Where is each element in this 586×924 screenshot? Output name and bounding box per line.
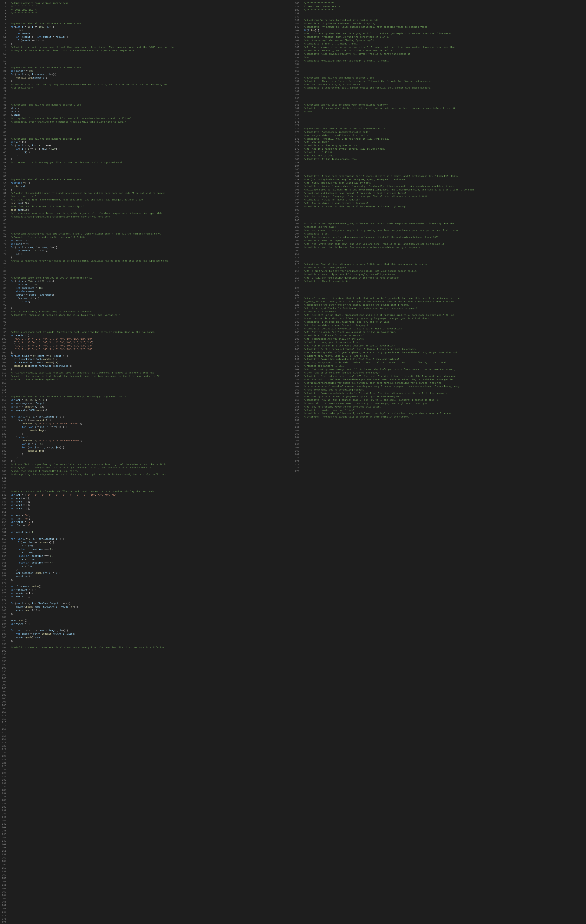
line-num: 207 <box>2 700 6 704</box>
line-num: 45 <box>2 151 6 154</box>
line-num: 53 <box>2 178 6 182</box>
left-line-numbers: 1 2 3 4 5 6 7 8 9 10 11 12 13 14 15 16 1… <box>0 0 8 924</box>
line-num: 23 <box>2 76 6 80</box>
line-num: 170 <box>295 117 299 120</box>
line-num: 129 <box>2 436 6 439</box>
line-num: 255 <box>2 863 6 866</box>
line-num: 223 <box>2 755 6 758</box>
line-num: 176 <box>295 137 299 141</box>
line-num: 214 <box>295 266 299 270</box>
line-num: 248 <box>2 840 6 843</box>
line-num: 91 <box>2 307 6 310</box>
line-num: 152 <box>2 514 6 517</box>
line-num: 21 <box>2 69 6 73</box>
line-num: 36 <box>2 120 6 124</box>
line-num: 188 <box>2 636 6 639</box>
left-code-content: //Sample answers from various interviews… <box>8 0 293 924</box>
line-num: 147 <box>2 497 6 500</box>
line-num: 202 <box>295 226 299 229</box>
line-num: 224 <box>2 758 6 761</box>
line-num: 223 <box>295 297 299 300</box>
line-num: 155 <box>295 66 299 69</box>
line-num: 267 <box>295 446 299 449</box>
line-num: 81 <box>2 273 6 276</box>
line-num: 112 <box>2 378 6 381</box>
line-num: 20 <box>2 66 6 69</box>
line-num: 7 <box>2 22 6 26</box>
line-num: 145 <box>295 32 299 36</box>
line-num: 189 <box>2 639 6 643</box>
line-num: 228 <box>2 772 6 775</box>
line-num: 73 <box>2 246 6 249</box>
line-num: 256 <box>2 866 6 870</box>
line-num: 238 <box>2 805 6 809</box>
line-num: 87 <box>2 294 6 297</box>
line-num: 245 <box>295 371 299 375</box>
line-num: 90 <box>2 304 6 307</box>
line-num: 71 <box>2 239 6 243</box>
line-num: 39 <box>2 131 6 134</box>
line-num: 198 <box>2 670 6 673</box>
line-num: 244 <box>295 368 299 371</box>
line-num: 88 <box>2 297 6 300</box>
line-num: 96 <box>2 324 6 327</box>
line-num: 194 <box>2 656 6 660</box>
line-num: 254 <box>295 402 299 405</box>
line-num: 187 <box>2 632 6 636</box>
line-num: 260 <box>295 422 299 426</box>
line-num: 64 <box>2 215 6 219</box>
line-num: 219 <box>2 741 6 744</box>
line-num: 77 <box>2 259 6 263</box>
line-num: 33 <box>2 110 6 114</box>
line-num: 256 <box>295 409 299 412</box>
line-num: 142 <box>2 480 6 483</box>
line-num: 249 <box>295 385 299 388</box>
line-num: 186 <box>2 629 6 632</box>
line-num: 41 <box>2 137 6 141</box>
line-num: 200 <box>2 677 6 680</box>
line-num: 209 <box>2 707 6 711</box>
line-num: 42 <box>2 141 6 144</box>
line-num: 69 <box>2 233 6 236</box>
line-num: 217 <box>2 734 6 738</box>
line-num: 140 <box>2 473 6 477</box>
line-num: 72 <box>2 243 6 246</box>
line-num: 111 <box>2 375 6 378</box>
line-num: 135 <box>2 456 6 460</box>
line-num: 261 <box>295 426 299 429</box>
line-num: 199 <box>2 673 6 677</box>
line-num: 144 <box>295 29 299 32</box>
line-num: 25 <box>2 83 6 87</box>
line-num: 263 <box>295 432 299 436</box>
line-num: 159 <box>295 80 299 83</box>
line-num: 203 <box>2 687 6 690</box>
line-num: 101 <box>2 341 6 344</box>
line-num: 54 <box>2 182 6 185</box>
line-num: 11 <box>2 36 6 39</box>
line-num: 140 <box>295 15 299 19</box>
line-num: 120 <box>2 405 6 409</box>
line-num: 239 <box>295 351 299 355</box>
line-num: 198 <box>295 212 299 215</box>
line-num: 201 <box>2 680 6 683</box>
line-num: 183 <box>2 619 6 622</box>
line-num: 251 <box>2 850 6 853</box>
line-num: 156 <box>295 69 299 73</box>
right-code-content: //******************** /* NON-CODE CURIO… <box>301 0 586 475</box>
line-num: 252 <box>295 395 299 399</box>
line-num: 109 <box>2 368 6 371</box>
line-num: 195 <box>2 660 6 663</box>
line-num: 248 <box>295 381 299 385</box>
line-num: 184 <box>295 165 299 168</box>
line-num: 216 <box>2 731 6 734</box>
line-num: 35 <box>2 117 6 120</box>
line-num: 253 <box>2 856 6 860</box>
line-num: 267 <box>2 904 6 907</box>
line-num: 245 <box>2 829 6 833</box>
line-num: 167 <box>295 107 299 110</box>
line-num: 93 <box>2 314 6 317</box>
line-num: 114 <box>2 385 6 388</box>
line-num: 3 <box>2 8 6 12</box>
line-num: 202 <box>2 683 6 687</box>
line-num: 125 <box>2 422 6 426</box>
